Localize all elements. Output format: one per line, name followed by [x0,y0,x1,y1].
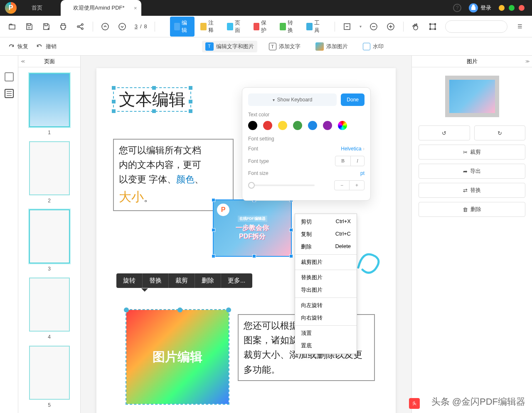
cm-crop-image[interactable]: 裁剪图片 [295,256,357,268]
page-total: 8 [144,23,147,30]
home-tab[interactable]: 首页 [22,4,52,12]
svg-point-12 [435,28,436,30]
text-color-label: Text color [248,112,365,118]
add-image-button[interactable]: 添加图片 [312,41,351,52]
maximize-button[interactable] [509,5,515,11]
show-keyboard-button[interactable]: ▾Show Keyboard [248,93,337,106]
rotate-ccw-button[interactable]: ↺ [419,125,470,140]
color-blue[interactable] [308,121,317,130]
thumb-4[interactable]: 4 [25,278,74,340]
svg-point-10 [435,23,436,25]
undo-button[interactable]: 撤销 [36,43,57,50]
image-selection[interactable]: P 在线PDF编辑器 一步教会你 PDF拆分 [213,199,292,257]
watermark-button[interactable]: 水印 [360,41,387,52]
color-red[interactable] [263,121,272,130]
close-window-button[interactable] [519,5,525,11]
close-icon[interactable]: × [134,5,137,11]
done-button[interactable]: Done [341,93,365,106]
avatar-icon[interactable] [469,3,478,12]
color-green[interactable] [293,121,302,130]
print-icon[interactable] [59,21,68,32]
cm-export-image[interactable]: 导出图片 [295,284,357,296]
canvas-area[interactable]: 文本编辑 您可以编辑所有文档 内的文本内容，更可 以变更 字体、颜色、 大小。 … [81,56,411,413]
annotation-squiggle [354,247,383,276]
page-current[interactable]: 3 [135,23,138,30]
tab-convert[interactable]: 转换 [276,17,300,37]
fb-rotate[interactable]: 旋转 [116,273,143,288]
delete-button[interactable]: 🗑删除 [419,202,525,217]
image-logo-icon: P [217,204,229,216]
thumbnails-icon[interactable] [5,72,14,81]
gradient-selection[interactable]: 图片编辑 [126,309,229,405]
fb-delete[interactable]: 删除 [195,273,221,288]
svg-point-3 [102,23,108,30]
search-input[interactable] [445,20,507,33]
collapse-icon[interactable]: ≪ [21,59,25,64]
cm-rotate-right[interactable]: 向右旋转 [295,312,357,324]
tab-page[interactable]: 页面 [223,17,248,37]
help-icon[interactable]: ? [453,4,461,12]
main-toolbar: 3 / 8 编辑 注释 页面 保护 转换 工具 ▾ ☰ [0,16,532,37]
select-icon[interactable] [428,21,438,32]
color-black[interactable] [248,121,257,130]
outline-icon[interactable] [5,89,14,98]
fb-crop[interactable]: 裁剪 [169,273,195,288]
redo-button[interactable]: 恢复 [7,43,28,50]
minus-button[interactable]: − [335,181,350,190]
tab-annotate[interactable]: 注释 [196,17,221,37]
fit-icon[interactable] [342,21,352,32]
cm-copy[interactable]: 复制Ctrl+C [295,228,357,241]
color-picker-icon[interactable] [338,121,347,130]
crop-button[interactable]: ✂裁剪 [419,145,525,160]
color-yellow[interactable] [278,121,287,130]
thumb-1[interactable]: 1 [25,73,74,135]
rotate-cw-button[interactable]: ↻ [474,125,526,140]
text-selection[interactable]: 文本编辑 [113,87,191,112]
svg-point-1 [77,26,79,27]
italic-button[interactable]: I [351,156,364,166]
thumb-5[interactable]: 5 [25,346,74,408]
cm-delete[interactable]: 删除Delete [295,241,357,253]
zoom-in-icon[interactable] [386,21,396,32]
cm-cut[interactable]: 剪切Ctrl+X [295,216,357,228]
minimize-button[interactable] [499,5,505,11]
menu-icon[interactable]: ☰ [515,21,525,32]
font-size-value[interactable]: pt [360,170,365,176]
font-setting-label: Font setting [248,136,365,142]
add-text-button[interactable]: T添加文字 [266,41,304,52]
cm-to-back[interactable]: 置底 [295,339,357,352]
cm-to-front[interactable]: 顶置 [295,327,357,339]
page-down-icon[interactable] [118,21,127,32]
hand-icon[interactable] [411,21,421,32]
slider[interactable] [248,184,315,186]
save-icon[interactable] [25,21,34,32]
tab-edit[interactable]: 编辑 [170,17,195,37]
zoom-out-icon[interactable] [369,21,379,32]
save-as-icon[interactable] [42,21,51,32]
fb-replace[interactable]: 替换 [143,273,169,288]
thumb-3[interactable]: 3 [25,209,74,272]
page-up-icon[interactable] [101,21,110,32]
edit-text-image-button[interactable]: T编辑文字和图片 [202,41,257,52]
share-icon[interactable] [76,21,85,32]
svg-point-9 [430,23,431,25]
plus-button[interactable]: + [350,181,364,190]
font-select[interactable]: Helvetica › [341,146,365,152]
svg-point-4 [119,23,126,30]
replace-button[interactable]: ⇄替换 [419,183,525,198]
cm-rotate-left[interactable]: 向左旋转 [295,299,357,312]
expand-icon[interactable]: ≫ [525,59,530,64]
login-label[interactable]: 登录 [480,4,491,12]
open-icon[interactable] [7,21,17,32]
tab-protect[interactable]: 保护 [249,17,274,37]
svg-point-0 [81,24,83,25]
tab-tools[interactable]: 工具 [302,17,327,37]
thumb-2[interactable]: 2 [25,141,74,204]
cm-replace-image[interactable]: 替换图片 [295,271,357,284]
active-tab[interactable]: 欢迎使用Amind PDF* × [61,0,141,16]
bold-button[interactable]: B [335,156,351,166]
fb-more[interactable]: 更多... [221,273,252,288]
right-panel: ≫ 图片 ↺ ↻ ✂裁剪 ➦导出 ⇄替换 🗑删除 [411,56,532,413]
export-button[interactable]: ➦导出 [419,164,525,179]
color-purple[interactable] [323,121,332,130]
